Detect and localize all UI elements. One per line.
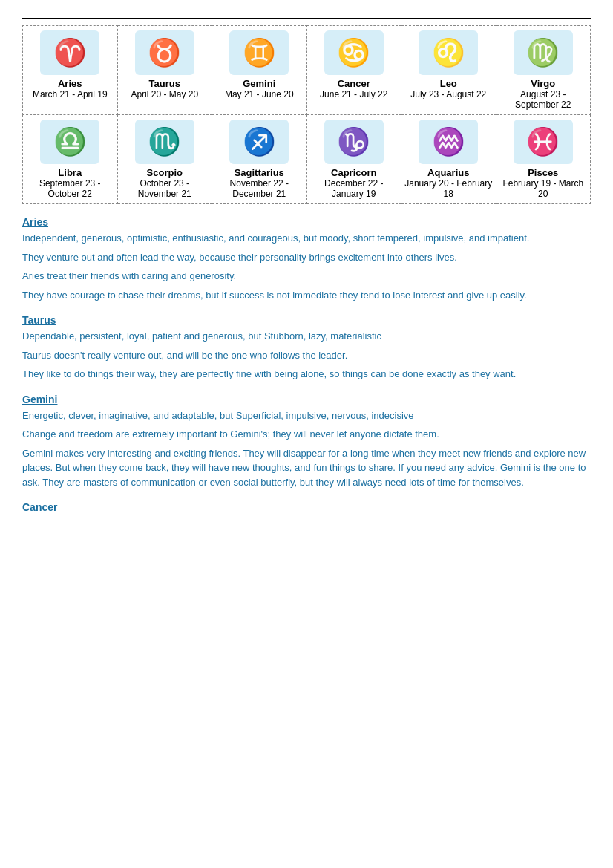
sign-dates-capricorn: December 22 - January 19 — [310, 178, 399, 199]
sign-name-gemini: Gemini — [215, 78, 304, 89]
sign-name-libra: Libra — [26, 167, 114, 178]
sign-name-scorpio: Scorpio — [121, 167, 209, 178]
zodiac-cell-libra: ♎ Libra September 23 - October 22 — [23, 115, 118, 204]
zodiac-cell-virgo: ♍ Virgo August 23 - September 22 — [496, 26, 591, 115]
sign-name-aries: Aries — [26, 78, 114, 89]
section-paragraph-taurus-2: They like to do things their way, they a… — [22, 367, 591, 382]
zodiac-table: ♈ Aries March 21 - April 19 ♉ Taurus Apr… — [22, 25, 591, 204]
zodiac-symbol-virgo: ♍ — [514, 30, 573, 75]
sign-name-pisces: Pisces — [499, 167, 588, 178]
section-paragraph-aries-3: They have courage to chase their dreams,… — [22, 288, 591, 303]
zodiac-cell-aquarius: ♒ Aquarius January 20 - February 18 — [401, 115, 496, 204]
zodiac-symbol-taurus: ♉ — [135, 30, 194, 75]
zodiac-symbol-aries: ♈ — [40, 30, 99, 75]
sign-dates-taurus: April 20 - May 20 — [121, 89, 209, 99]
sign-dates-leo: July 23 - August 22 — [404, 89, 493, 99]
zodiac-cell-pisces: ♓ Pisces February 19 - March 20 — [496, 115, 591, 204]
sign-name-aquarius: Aquarius — [404, 167, 493, 178]
section-title-aries: Aries — [22, 216, 591, 228]
sections-container: AriesIndependent, generous, optimistic, … — [22, 216, 591, 513]
sign-name-sagittarius: Sagittarius — [215, 167, 304, 178]
header — [22, 15, 591, 19]
sign-dates-gemini: May 21 - June 20 — [215, 89, 304, 99]
section-paragraph-gemini-0: Energetic, clever, imaginative, and adap… — [22, 408, 591, 423]
sign-dates-scorpio: October 23 - November 21 — [121, 178, 209, 199]
zodiac-row-1: ♈ Aries March 21 - April 19 ♉ Taurus Apr… — [23, 26, 591, 115]
zodiac-cell-taurus: ♉ Taurus April 20 - May 20 — [117, 26, 212, 115]
section-paragraph-taurus-1: Taurus doesn't really venture out, and w… — [22, 348, 591, 363]
zodiac-cell-gemini: ♊ Gemini May 21 - June 20 — [212, 26, 307, 115]
section-paragraph-taurus-0: Dependable, persistent, loyal, patient a… — [22, 329, 591, 344]
sign-dates-pisces: February 19 - March 20 — [499, 178, 588, 199]
section-paragraph-gemini-2: Gemini makes very interesting and exciti… — [22, 446, 591, 490]
sign-name-taurus: Taurus — [121, 78, 209, 89]
zodiac-cell-sagittarius: ♐ Sagittarius November 22 - December 21 — [212, 115, 307, 204]
zodiac-symbol-pisces: ♓ — [514, 120, 573, 164]
zodiac-symbol-cancer: ♋ — [324, 30, 384, 75]
sign-dates-virgo: August 23 - September 22 — [499, 89, 588, 110]
zodiac-symbol-gemini: ♊ — [229, 30, 289, 75]
sign-dates-aries: March 21 - April 19 — [26, 89, 114, 99]
zodiac-row-2: ♎ Libra September 23 - October 22 ♏ Scor… — [23, 115, 591, 204]
section-taurus: TaurusDependable, persistent, loyal, pat… — [22, 314, 591, 382]
sign-name-cancer: Cancer — [310, 78, 399, 89]
sign-dates-aquarius: January 20 - February 18 — [404, 178, 493, 199]
zodiac-cell-capricorn: ♑ Capricorn December 22 - January 19 — [306, 115, 401, 204]
zodiac-symbol-leo: ♌ — [419, 30, 478, 75]
sign-dates-sagittarius: November 22 - December 21 — [215, 178, 304, 199]
zodiac-symbol-sagittarius: ♐ — [229, 120, 289, 164]
sign-name-leo: Leo — [404, 78, 493, 89]
sign-name-virgo: Virgo — [499, 78, 588, 89]
section-paragraph-aries-1: They venture out and often lead the way,… — [22, 250, 591, 265]
section-title-taurus: Taurus — [22, 314, 591, 326]
zodiac-symbol-capricorn: ♑ — [324, 120, 384, 164]
sign-name-capricorn: Capricorn — [310, 167, 399, 178]
zodiac-symbol-libra: ♎ — [40, 120, 99, 164]
section-paragraph-aries-2: Aries treat their friends with caring an… — [22, 269, 591, 284]
zodiac-cell-aries: ♈ Aries March 21 - April 19 — [23, 26, 118, 115]
section-cancer: Cancer — [22, 501, 591, 513]
zodiac-cell-scorpio: ♏ Scorpio October 23 - November 21 — [117, 115, 212, 204]
zodiac-symbol-aquarius: ♒ — [419, 120, 478, 164]
section-aries: AriesIndependent, generous, optimistic, … — [22, 216, 591, 302]
section-paragraph-gemini-1: Change and freedom are extremely importa… — [22, 427, 591, 442]
section-title-cancer: Cancer — [22, 501, 591, 513]
zodiac-cell-cancer: ♋ Cancer June 21 - July 22 — [306, 26, 401, 115]
zodiac-cell-leo: ♌ Leo July 23 - August 22 — [401, 26, 496, 115]
section-paragraph-aries-0: Independent, generous, optimistic, enthu… — [22, 231, 591, 246]
section-gemini: GeminiEnergetic, clever, imaginative, an… — [22, 394, 591, 490]
section-title-gemini: Gemini — [22, 394, 591, 405]
sign-dates-libra: September 23 - October 22 — [26, 178, 114, 199]
zodiac-symbol-scorpio: ♏ — [135, 120, 194, 164]
sign-dates-cancer: June 21 - July 22 — [310, 89, 399, 99]
